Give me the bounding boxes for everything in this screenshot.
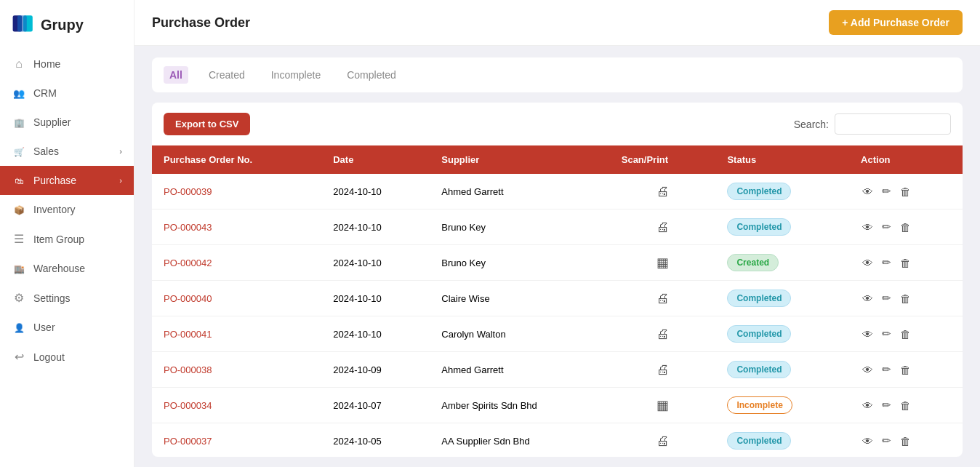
status-badge: Completed xyxy=(727,290,791,307)
filter-tab-all[interactable]: All xyxy=(164,66,188,84)
sidebar-item-settings[interactable]: Settings xyxy=(0,283,134,313)
po-scan-print[interactable]: ▦ xyxy=(610,245,716,281)
po-scan-print[interactable]: 🖨 xyxy=(610,352,716,388)
po-supplier: Ahmed Garrett xyxy=(430,352,609,388)
sidebar-item-supplier[interactable]: Supplier xyxy=(0,108,134,137)
edit-icon[interactable]: ✏ xyxy=(880,362,893,378)
po-number-link[interactable]: PO-000039 xyxy=(164,186,212,197)
po-action: 👁 ✏ 🗑 xyxy=(849,352,963,388)
delete-icon[interactable]: 🗑 xyxy=(899,434,912,449)
view-icon[interactable]: 👁 xyxy=(861,255,875,271)
sidebar-item-purchase[interactable]: Purchase › xyxy=(0,166,134,195)
po-supplier: Bruno Key xyxy=(430,209,609,245)
logout-icon xyxy=(12,350,26,364)
po-status: Completed xyxy=(715,209,849,245)
po-action: 👁 ✏ 🗑 xyxy=(849,388,963,423)
filter-tab-completed[interactable]: Completed xyxy=(341,66,402,84)
home-icon xyxy=(12,57,26,71)
po-scan-print[interactable]: ▦ xyxy=(610,388,716,423)
sidebar-item-inventory[interactable]: Inventory xyxy=(0,195,134,224)
po-scan-print[interactable]: 🖨 xyxy=(610,209,716,245)
po-number-link[interactable]: PO-000041 xyxy=(164,329,212,340)
po-date: 2024-10-05 xyxy=(321,423,430,458)
po-date: 2024-10-09 xyxy=(321,352,430,388)
sidebar-item-user[interactable]: User xyxy=(0,313,134,342)
search-input[interactable] xyxy=(835,113,951,135)
edit-icon[interactable]: ✏ xyxy=(880,290,893,306)
app-name: Grupy xyxy=(41,17,84,33)
po-number-link[interactable]: PO-000043 xyxy=(164,222,212,233)
sidebar-item-warehouse[interactable]: Warehouse xyxy=(0,254,134,283)
view-icon[interactable]: 👁 xyxy=(861,362,875,378)
delete-icon[interactable]: 🗑 xyxy=(899,398,912,413)
po-number-link[interactable]: PO-000038 xyxy=(164,364,212,375)
barcode-icon: ▦ xyxy=(622,255,704,271)
search-label: Search: xyxy=(794,119,829,130)
sidebar-item-label: Supplier xyxy=(33,116,71,128)
edit-icon[interactable]: ✏ xyxy=(880,433,893,449)
po-scan-print[interactable]: 🖨 xyxy=(610,316,716,352)
view-icon[interactable]: 👁 xyxy=(861,184,875,199)
view-icon[interactable]: 👁 xyxy=(861,327,875,342)
chevron-right-icon: › xyxy=(119,147,122,156)
status-badge: Completed xyxy=(727,325,791,343)
po-scan-print[interactable]: 🖨 xyxy=(610,174,716,209)
col-scan-print: Scan/Print xyxy=(610,145,716,174)
po-scan-print[interactable]: 🖨 xyxy=(610,281,716,316)
po-date: 2024-10-07 xyxy=(321,388,430,423)
add-purchase-order-button[interactable]: + Add Purchase Order xyxy=(829,10,963,35)
po-number-link[interactable]: PO-000037 xyxy=(164,436,212,447)
sidebar-item-label: Purchase xyxy=(33,175,76,186)
table-row: PO-0000402024-10-10Claire Wise🖨Completed… xyxy=(152,281,963,316)
edit-icon[interactable]: ✏ xyxy=(880,397,893,413)
sidebar-item-crm[interactable]: CRM xyxy=(0,79,134,108)
sidebar-item-logout[interactable]: Logout xyxy=(0,342,134,372)
edit-icon[interactable]: ✏ xyxy=(880,183,893,199)
po-action: 👁 ✏ 🗑 xyxy=(849,245,963,281)
sidebar-item-sales[interactable]: Sales › xyxy=(0,137,134,166)
view-icon[interactable]: 👁 xyxy=(861,434,875,449)
po-scan-print[interactable]: 🖨 xyxy=(610,423,716,458)
delete-icon[interactable]: 🗑 xyxy=(899,184,912,199)
sidebar-item-label: User xyxy=(33,322,55,333)
edit-icon[interactable]: ✏ xyxy=(880,326,893,342)
po-action: 👁 ✏ 🗑 xyxy=(849,281,963,316)
po-date: 2024-10-10 xyxy=(321,174,430,209)
table-row: PO-0000432024-10-10Bruno Key🖨Completed 👁… xyxy=(152,209,963,245)
inventory-icon xyxy=(12,203,26,216)
col-status: Status xyxy=(715,145,849,174)
edit-icon[interactable]: ✏ xyxy=(880,219,893,235)
delete-icon[interactable]: 🗑 xyxy=(899,220,912,235)
purchase-icon xyxy=(12,174,26,187)
table-row: PO-0000422024-10-10Bruno Key▦Created 👁 ✏… xyxy=(152,245,963,281)
delete-icon[interactable]: 🗑 xyxy=(899,327,912,342)
sidebar-item-home[interactable]: Home xyxy=(0,49,134,79)
print-icon: 🖨 xyxy=(622,434,704,449)
delete-icon[interactable]: 🗑 xyxy=(899,255,912,271)
export-csv-button[interactable]: Export to CSV xyxy=(164,113,250,135)
po-status: Completed xyxy=(715,174,849,209)
po-status: Completed xyxy=(715,423,849,458)
status-badge: Completed xyxy=(727,218,791,236)
view-icon[interactable]: 👁 xyxy=(861,398,875,413)
po-action: 👁 ✏ 🗑 xyxy=(849,423,963,458)
filter-tab-incomplete[interactable]: Incomplete xyxy=(265,66,326,84)
edit-icon[interactable]: ✏ xyxy=(880,255,893,271)
delete-icon[interactable]: 🗑 xyxy=(899,291,912,306)
table-header: Purchase Order No. Date Supplier Scan/Pr… xyxy=(152,145,963,174)
view-icon[interactable]: 👁 xyxy=(861,291,875,306)
sidebar-item-label: Logout xyxy=(33,351,65,363)
status-badge: Completed xyxy=(727,183,791,200)
po-status: Completed xyxy=(715,316,849,352)
delete-icon[interactable]: 🗑 xyxy=(899,362,912,378)
po-number-link[interactable]: PO-000034 xyxy=(164,400,212,411)
filter-tab-created[interactable]: Created xyxy=(203,66,251,84)
view-icon[interactable]: 👁 xyxy=(861,220,875,235)
po-status: Completed xyxy=(715,352,849,388)
po-number-link[interactable]: PO-000042 xyxy=(164,258,212,268)
po-number-link[interactable]: PO-000040 xyxy=(164,293,212,304)
sidebar-item-item-group[interactable]: Item Group xyxy=(0,224,134,254)
print-icon: 🖨 xyxy=(622,362,704,378)
po-supplier: Claire Wise xyxy=(430,281,609,316)
sidebar-item-label: Home xyxy=(33,58,60,70)
